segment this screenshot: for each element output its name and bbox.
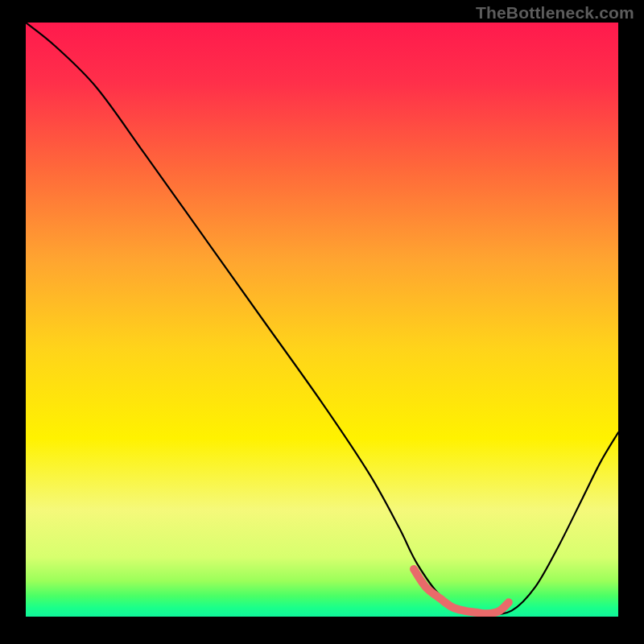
- watermark-text: TheBottleneck.com: [476, 3, 634, 23]
- bottleneck-chart: [0, 0, 644, 644]
